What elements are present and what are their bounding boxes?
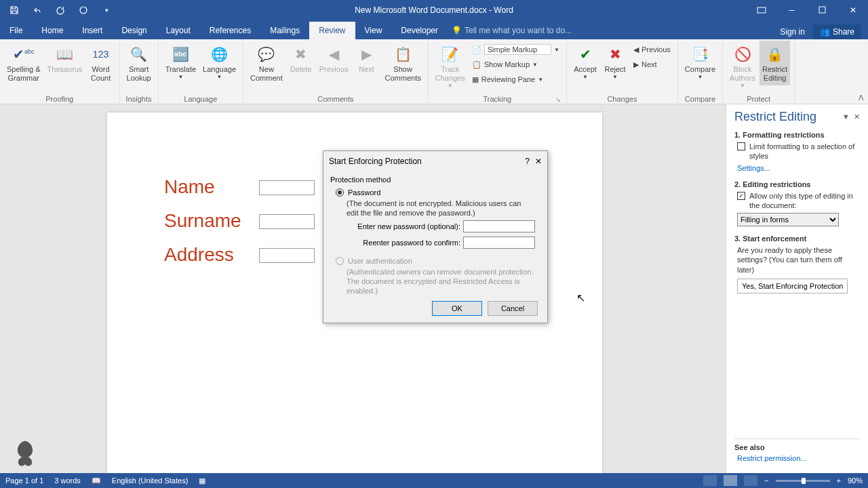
redo-icon[interactable] [53, 3, 68, 18]
language-status[interactable]: English (United States) [112, 476, 189, 485]
status-bar: Page 1 of 1 3 words 📖 English (United St… [0, 473, 868, 488]
accept-button[interactable]: ✔Accept▼ [571, 41, 599, 83]
close-icon[interactable]: ✕ [837, 0, 868, 20]
tab-view[interactable]: View [355, 22, 392, 39]
show-comments-button[interactable]: 📋Show Comments [382, 41, 424, 85]
proofing-status-icon[interactable]: 📖 [92, 476, 101, 485]
collapse-ribbon-icon[interactable]: ᐱ [859, 94, 864, 102]
tracking-launcher-icon[interactable]: ↘ [555, 96, 561, 103]
group-language-label: Language [163, 95, 239, 104]
save-icon[interactable] [7, 3, 22, 18]
password-note: (The document is not encrypted. Maliciou… [330, 199, 540, 218]
pane-close-icon[interactable]: ✕ [854, 113, 860, 121]
group-changes-label: Changes [571, 95, 673, 104]
allow-only-checkbox[interactable]: ✓ [737, 192, 745, 200]
ribbon-options-icon[interactable] [746, 0, 776, 20]
word-count-status[interactable]: 3 words [54, 476, 81, 485]
translate-button[interactable]: 🔤Translate▼ [163, 41, 199, 83]
tab-references[interactable]: References [200, 22, 260, 39]
user-auth-note: (Authenticated owners can remove documen… [330, 267, 540, 296]
limit-formatting-checkbox[interactable] [737, 142, 745, 150]
block-authors-button[interactable]: 🚫Block Authors▼ [727, 41, 758, 92]
dragon-logo [9, 438, 41, 469]
editing-type-select[interactable]: Filling in forms [737, 213, 839, 226]
zoom-in-icon[interactable]: + [837, 476, 841, 485]
zoom-out-icon[interactable]: − [764, 476, 768, 485]
web-layout-icon[interactable] [744, 475, 757, 486]
enter-password-label: Enter new password (optional): [357, 222, 460, 230]
new-comment-button[interactable]: 💬New Comment [248, 41, 285, 85]
reviewing-pane-dropdown[interactable]: ▦Reviewing Pane▼ [469, 72, 562, 87]
smart-lookup-button[interactable]: 🔍Smart Lookup [124, 41, 154, 85]
thesaurus-icon: 📖 [56, 43, 73, 65]
tell-me-search[interactable]: 💡Tell me what you want to do... [452, 22, 572, 39]
tab-layout[interactable]: Layout [157, 22, 200, 39]
tab-developer[interactable]: Developer [391, 22, 448, 39]
ribbon-tabs: File Home Insert Design Layout Reference… [0, 20, 868, 39]
ok-button[interactable]: OK [432, 301, 482, 316]
group-comments-label: Comments [248, 95, 424, 104]
pane-icon: ▦ [472, 75, 479, 84]
previous-comment-button[interactable]: ◀Previous [317, 41, 351, 77]
macro-status-icon[interactable]: ▦ [199, 476, 205, 485]
form-field-name[interactable] [259, 180, 315, 195]
dialog-close-icon[interactable]: ✕ [535, 157, 542, 166]
reject-button[interactable]: ✖Reject▼ [601, 41, 629, 83]
tab-mailings[interactable]: Mailings [260, 22, 309, 39]
print-layout-icon[interactable] [724, 475, 737, 486]
next-change-button[interactable]: ▶Next [631, 57, 673, 72]
track-changes-button[interactable]: 📝Track Changes▼ [433, 41, 468, 92]
field-label-name: Name [164, 176, 215, 198]
document-title: New Microsoft Word Document.docx - Word [355, 5, 513, 15]
compare-button[interactable]: 📑Compare▼ [682, 41, 718, 83]
share-button[interactable]: 👥Share [813, 24, 861, 39]
tab-design[interactable]: Design [112, 22, 156, 39]
spelling-icon: ✔abc [13, 43, 35, 65]
restrict-permission-link[interactable]: Restrict permission... [734, 454, 860, 462]
dialog-help-icon[interactable]: ? [525, 157, 530, 166]
zoom-level[interactable]: 90% [848, 476, 863, 485]
protection-method-label: Protection method [330, 176, 540, 184]
form-field-address[interactable] [259, 248, 315, 263]
read-mode-icon[interactable] [703, 475, 717, 486]
see-also-title: See also [734, 443, 860, 451]
zoom-slider[interactable] [776, 480, 830, 482]
next-change-icon: ▶ [633, 60, 639, 69]
reenter-password-input[interactable] [463, 237, 535, 249]
start-enforcing-button[interactable]: Yes, Start Enforcing Protection [737, 279, 848, 293]
language-button[interactable]: 🌐Language▼ [200, 41, 239, 83]
prev-change-icon: ◀ [633, 45, 639, 54]
sign-in-link[interactable]: Sign in [780, 27, 805, 37]
maximize-icon[interactable] [807, 0, 837, 20]
touch-mode-icon[interactable] [76, 3, 91, 18]
qat-customize-icon[interactable]: ▾ [99, 3, 114, 18]
tab-insert[interactable]: Insert [73, 22, 112, 39]
next-comment-button[interactable]: ▶Next [353, 41, 381, 77]
form-field-surname[interactable] [259, 214, 315, 229]
spelling-grammar-button[interactable]: ✔abcSpelling & Grammar [4, 41, 43, 85]
word-count-button[interactable]: 123Word Count [87, 41, 115, 85]
thesaurus-button[interactable]: 📖Thesaurus [45, 41, 85, 77]
svg-rect-1 [757, 7, 766, 13]
radio-password-label: Password [348, 188, 380, 197]
settings-link[interactable]: Settings... [734, 164, 860, 172]
undo-icon[interactable] [30, 3, 45, 18]
page-status[interactable]: Page 1 of 1 [5, 476, 43, 485]
previous-change-button[interactable]: ◀Previous [631, 42, 673, 57]
share-icon: 👥 [820, 27, 830, 37]
enter-password-input[interactable] [463, 220, 535, 232]
tab-file[interactable]: File [0, 22, 32, 39]
svg-rect-2 [819, 7, 825, 13]
show-comments-icon: 📋 [395, 43, 412, 65]
tab-home[interactable]: Home [32, 22, 73, 39]
restrict-editing-button[interactable]: 🔒Restrict Editing [760, 41, 790, 85]
pane-options-icon[interactable]: ▼ [842, 113, 850, 121]
radio-password[interactable] [336, 188, 344, 197]
cancel-button[interactable]: Cancel [488, 301, 538, 316]
delete-comment-button[interactable]: ✖Delete [287, 41, 315, 77]
show-markup-dropdown[interactable]: 📋Show Markup▼ [469, 57, 562, 72]
minimize-icon[interactable]: ─ [776, 0, 807, 20]
field-label-surname: Surname [164, 210, 241, 232]
display-for-review-dropdown[interactable]: 📄Simple Markup▼ [469, 42, 562, 57]
tab-review[interactable]: Review [309, 22, 355, 39]
